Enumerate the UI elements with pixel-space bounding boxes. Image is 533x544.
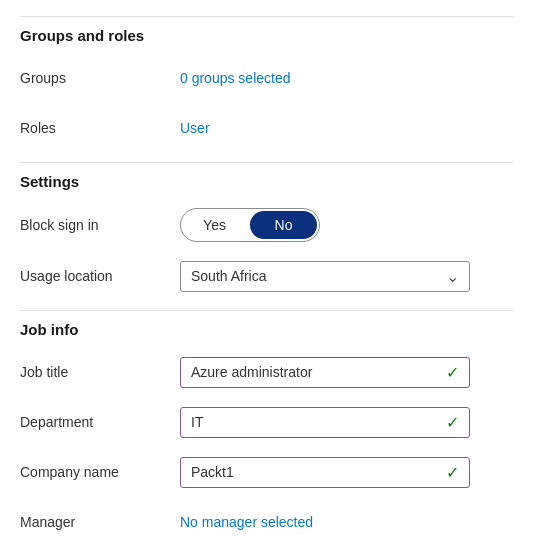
department-row: Department IT ✓ — [20, 406, 513, 438]
company-name-label: Company name — [20, 464, 180, 480]
company-name-input[interactable]: Packt1 ✓ — [180, 457, 470, 488]
block-sign-in-label: Block sign in — [20, 217, 180, 233]
job-title-label: Job title — [20, 364, 180, 380]
roles-label: Roles — [20, 120, 180, 136]
yes-no-toggle[interactable]: Yes No — [180, 208, 320, 242]
job-title-value: Azure administrator ✓ — [180, 357, 513, 388]
job-info-section: Job info Job title Azure administrator ✓… — [20, 310, 513, 538]
toggle-no-option[interactable]: No — [250, 211, 317, 239]
groups-label: Groups — [20, 70, 180, 86]
checkmark-icon: ✓ — [446, 463, 459, 482]
groups-link[interactable]: 0 groups selected — [180, 70, 291, 86]
toggle-yes-option[interactable]: Yes — [181, 209, 248, 241]
usage-location-selected: South Africa — [191, 268, 267, 284]
company-name-row: Company name Packt1 ✓ — [20, 456, 513, 488]
roles-link[interactable]: User — [180, 120, 210, 136]
checkmark-icon: ✓ — [446, 413, 459, 432]
groups-and-roles-title: Groups and roles — [20, 16, 513, 50]
settings-title: Settings — [20, 162, 513, 196]
job-info-title: Job info — [20, 310, 513, 344]
department-value: IT ✓ — [180, 407, 513, 438]
usage-location-label: Usage location — [20, 268, 180, 284]
block-sign-in-toggle-container: Yes No — [180, 208, 513, 242]
groups-value: 0 groups selected — [180, 70, 513, 86]
company-name-value: Packt1 ✓ — [180, 457, 513, 488]
groups-row: Groups 0 groups selected — [20, 62, 513, 94]
manager-label: Manager — [20, 514, 180, 530]
usage-location-value: South Africa ⌄ — [180, 261, 513, 292]
job-title-input[interactable]: Azure administrator ✓ — [180, 357, 470, 388]
company-name-text: Packt1 — [191, 464, 440, 480]
department-input[interactable]: IT ✓ — [180, 407, 470, 438]
block-sign-in-row: Block sign in Yes No — [20, 208, 513, 242]
usage-location-dropdown[interactable]: South Africa ⌄ — [180, 261, 470, 292]
settings-section: Settings Block sign in Yes No Usage loca… — [20, 162, 513, 292]
usage-location-row: Usage location South Africa ⌄ — [20, 260, 513, 292]
department-label: Department — [20, 414, 180, 430]
manager-row: Manager No manager selected — [20, 506, 513, 538]
job-title-text: Azure administrator — [191, 364, 440, 380]
checkmark-icon: ✓ — [446, 363, 459, 382]
department-text: IT — [191, 414, 440, 430]
roles-row: Roles User — [20, 112, 513, 144]
manager-link[interactable]: No manager selected — [180, 514, 313, 530]
manager-value: No manager selected — [180, 514, 513, 530]
groups-and-roles-section: Groups and roles Groups 0 groups selecte… — [20, 16, 513, 144]
roles-value: User — [180, 120, 513, 136]
chevron-down-icon: ⌄ — [446, 267, 459, 286]
job-title-row: Job title Azure administrator ✓ — [20, 356, 513, 388]
